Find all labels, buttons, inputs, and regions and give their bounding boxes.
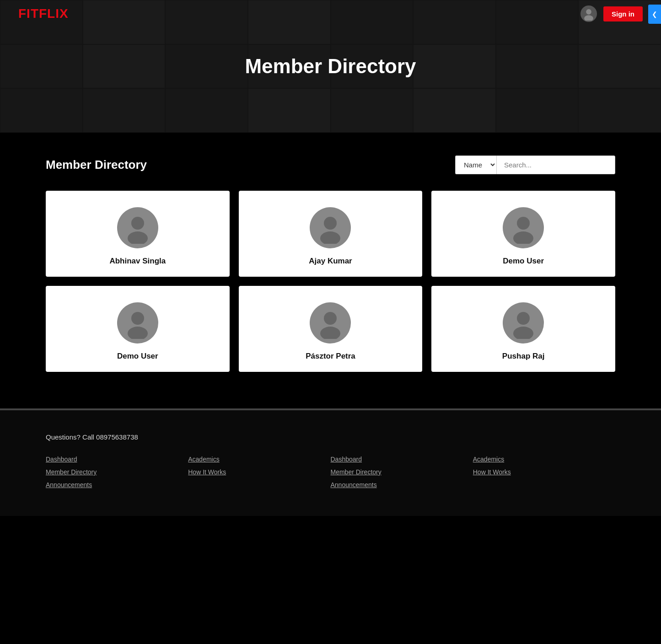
main-content: Member Directory Name Email Abhinav Sing… [0,133,661,408]
footer: Questions? Call 08975638738 DashboardMem… [0,410,661,516]
footer-col-0: DashboardMember DirectoryAnnouncements [46,456,188,488]
member-card[interactable]: Pushap Raj [431,286,615,372]
brand-logo[interactable]: FITFLIX [18,6,69,21]
footer-links-grid: DashboardMember DirectoryAnnouncementsAc… [46,456,615,488]
svg-point-1 [584,15,593,21]
search-input[interactable] [496,156,615,174]
footer-link[interactable]: Academics [188,456,330,463]
member-avatar [117,302,158,343]
svg-point-0 [586,9,591,15]
svg-point-2 [131,217,144,230]
member-card[interactable]: Ajay Kumar [239,191,423,277]
sign-in-button[interactable]: Sign in [603,6,643,21]
footer-link[interactable]: Member Directory [46,468,188,476]
sidebar-toggle-button[interactable]: ❮ [648,5,661,24]
member-grid: Abhinav Singla Ajay Kumar Demo User Demo… [46,191,615,372]
footer-link[interactable]: Academics [473,456,615,463]
svg-point-3 [128,231,148,244]
svg-point-7 [513,231,533,244]
svg-point-5 [320,231,340,244]
navbar-right: Sign in [580,5,643,22]
svg-point-6 [517,217,530,230]
footer-link[interactable]: Announcements [331,481,473,488]
footer-link[interactable]: Announcements [46,481,188,488]
member-name: Abhinav Singla [109,257,166,266]
svg-point-4 [324,217,337,230]
member-name: Pásztor Petra [306,352,355,361]
member-name: Ajay Kumar [309,257,352,266]
hero-title: Member Directory [245,55,416,78]
svg-point-10 [324,312,337,325]
filter-select[interactable]: Name Email [455,156,496,174]
member-avatar [503,207,544,248]
member-name: Demo User [503,257,544,266]
member-name: Demo User [117,352,158,361]
member-card[interactable]: Demo User [431,191,615,277]
svg-point-12 [517,312,530,325]
footer-col-1: AcademicsHow It Works [188,456,330,488]
member-avatar [310,207,351,248]
footer-link[interactable]: How It Works [473,468,615,476]
directory-title: Member Directory [46,158,147,172]
footer-col-2: DashboardMember DirectoryAnnouncements [331,456,473,488]
directory-header: Member Directory Name Email [46,156,615,174]
footer-link[interactable]: Member Directory [331,468,473,476]
svg-point-8 [131,312,144,325]
svg-point-9 [128,327,148,339]
footer-col-3: AcademicsHow It Works [473,456,615,488]
member-card[interactable]: Abhinav Singla [46,191,230,277]
member-avatar [503,302,544,343]
footer-phone: Questions? Call 08975638738 [46,433,615,441]
chevron-left-icon: ❮ [652,11,657,18]
member-card[interactable]: Pásztor Petra [239,286,423,372]
user-avatar[interactable] [580,5,597,22]
svg-point-11 [320,327,340,339]
member-avatar [117,207,158,248]
footer-link[interactable]: Dashboard [46,456,188,463]
search-controls: Name Email [455,156,615,174]
member-avatar [310,302,351,343]
footer-link[interactable]: How It Works [188,468,330,476]
navbar: FITFLIX Sign in [0,0,661,27]
svg-point-13 [513,327,533,339]
member-card[interactable]: Demo User [46,286,230,372]
member-name: Pushap Raj [502,352,545,361]
footer-link[interactable]: Dashboard [331,456,473,463]
